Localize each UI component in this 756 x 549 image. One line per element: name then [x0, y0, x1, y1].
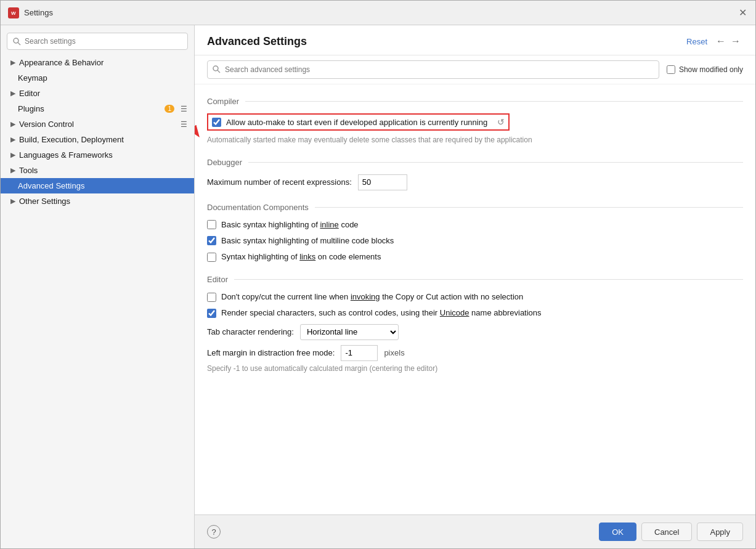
sidebar-item-languages[interactable]: ▶ Languages & Frameworks [1, 147, 194, 163]
allow-automake-wrapper: Allow auto-make to start even if develop… [207, 113, 510, 131]
pixels-label: pixels [384, 348, 404, 357]
links-highlighting-label: Syntax highlighting of links on code ele… [221, 251, 381, 262]
tab-rendering-dropdown[interactable]: Horizontal line Arrow None [300, 324, 399, 340]
bottom-bar: ? OK Cancel Apply [195, 514, 755, 548]
close-button[interactable]: ✕ [737, 7, 748, 18]
debugger-section: Debugger Maximum number of recent expres… [207, 158, 743, 190]
reset-icon[interactable]: ↺ [497, 117, 505, 127]
sidebar-item-label: Editor [19, 89, 188, 98]
main-layout: ▶ Appearance & Behavior Keymap ▶ Editor … [1, 25, 755, 548]
help-section: ? [207, 525, 221, 539]
multiline-highlighting-checkbox[interactable] [207, 236, 216, 245]
page-title: Advanced Settings [207, 35, 686, 48]
documentation-section: Documentation Components Basic syntax hi… [207, 203, 743, 263]
cancel-button[interactable]: Cancel [641, 523, 692, 541]
chevron-icon: ▶ [10, 120, 15, 128]
editor-section: Editor Don't copy/cut the current line w… [207, 275, 743, 373]
sidebar-item-editor[interactable]: ▶ Editor [1, 86, 194, 101]
sidebar-item-version-control[interactable]: ▶ Version Control ☰ [1, 116, 194, 132]
tab-rendering-label: Tab character rendering: [207, 327, 294, 336]
chevron-icon: ▶ [10, 166, 15, 174]
max-expressions-row: Maximum number of recent expressions: [207, 174, 743, 190]
sidebar-item-label: Appearance & Behavior [19, 58, 188, 67]
window-title: Settings [24, 8, 737, 17]
svg-line-3 [217, 70, 220, 73]
content-body: Compiler Allow auto-make to start even i… [195, 84, 755, 514]
documentation-section-title: Documentation Components [207, 203, 743, 212]
links-highlighting-checkbox[interactable] [207, 253, 216, 262]
sidebar-item-label: Version Control [19, 120, 177, 129]
sidebar-item-appearance[interactable]: ▶ Appearance & Behavior [1, 55, 194, 70]
settings-window: W Settings ✕ ▶ Appearance & Behavior Key… [0, 0, 756, 549]
render-special-row: Render special characters, such as contr… [207, 307, 743, 319]
svg-text:W: W [11, 10, 16, 16]
settings-icon: ☰ [179, 105, 188, 113]
content-search-input[interactable] [207, 60, 659, 79]
action-buttons: OK Cancel Apply [599, 523, 743, 541]
margin-hint: Specify -1 to use automatically calculat… [207, 364, 515, 374]
left-margin-row: Left margin in distraction free mode: pi… [207, 345, 743, 361]
forward-arrow[interactable]: → [728, 34, 743, 49]
show-modified-label[interactable]: Show modified only [667, 65, 743, 74]
sidebar-item-keymap[interactable]: Keymap [1, 70, 194, 86]
back-arrow[interactable]: ← [713, 34, 728, 49]
sidebar-item-plugins[interactable]: Plugins 1 ☰ [1, 101, 194, 116]
sidebar-item-tools[interactable]: ▶ Tools [1, 163, 194, 178]
editor-section-title: Editor [207, 275, 743, 284]
left-margin-label: Left margin in distraction free mode: [207, 348, 335, 357]
content-header: Advanced Settings Reset ← → [195, 25, 755, 55]
sidebar-item-label: Tools [19, 166, 188, 175]
inline-highlighting-label: Basic syntax highlighting of inline code [221, 219, 359, 230]
sidebar-search-input[interactable] [7, 33, 188, 50]
sidebar-item-advanced[interactable]: Advanced Settings [1, 178, 194, 193]
chevron-icon: ▶ [10, 59, 15, 67]
compiler-section: Compiler Allow auto-make to start even i… [207, 97, 743, 145]
plugins-badge: 1 [165, 105, 174, 113]
links-highlighting-row: Syntax highlighting of links on code ele… [207, 251, 743, 262]
title-bar: W Settings ✕ [1, 1, 755, 25]
compiler-section-title: Compiler [207, 97, 743, 106]
chevron-icon: ▶ [10, 89, 15, 97]
content-panel: Advanced Settings Reset ← → Show modifie… [195, 25, 755, 548]
apply-button[interactable]: Apply [697, 523, 743, 541]
sidebar-item-label: Build, Execution, Deployment [19, 135, 188, 144]
no-copy-cut-row: Don't copy/cut the current line when inv… [207, 291, 743, 303]
no-copy-cut-checkbox[interactable] [207, 293, 216, 302]
tab-character-row: Tab character rendering: Horizontal line… [207, 324, 743, 340]
allow-automake-subtext: Automatically started make may eventuall… [207, 136, 743, 145]
multiline-highlighting-label: Basic syntax highlighting of multiline c… [221, 235, 394, 246]
inline-highlighting-row: Basic syntax highlighting of inline code [207, 219, 743, 230]
render-special-label: Render special characters, such as contr… [221, 307, 542, 319]
sidebar-item-label: Languages & Frameworks [19, 150, 188, 160]
sidebar-item-build[interactable]: ▶ Build, Execution, Deployment [1, 132, 194, 147]
left-margin-input[interactable] [341, 345, 378, 361]
sidebar-item-label: Keymap [18, 73, 188, 83]
inline-highlighting-checkbox[interactable] [207, 220, 216, 229]
reset-button[interactable]: Reset [686, 37, 707, 46]
sidebar-item-label: Plugins [18, 104, 165, 113]
render-special-checkbox[interactable] [207, 309, 216, 318]
content-search-row: Show modified only [195, 55, 755, 84]
search-icon [212, 65, 221, 73]
no-copy-cut-label: Don't copy/cut the current line when inv… [221, 291, 523, 303]
sidebar-item-label: Advanced Settings [18, 181, 188, 190]
sidebar-item-other[interactable]: ▶ Other Settings [1, 193, 194, 209]
allow-automake-label: Allow auto-make to start even if develop… [226, 118, 487, 127]
max-expressions-input[interactable] [358, 174, 407, 190]
vcs-icon: ☰ [179, 120, 188, 129]
chevron-icon: ▶ [10, 151, 15, 159]
debugger-section-title: Debugger [207, 158, 743, 167]
app-icon: W [8, 7, 19, 18]
allow-automake-highlighted: Allow auto-make to start even if develop… [207, 113, 510, 131]
sidebar: ▶ Appearance & Behavior Keymap ▶ Editor … [1, 25, 195, 548]
chevron-icon: ▶ [10, 136, 15, 144]
show-modified-checkbox[interactable] [667, 65, 675, 74]
ok-button[interactable]: OK [599, 523, 636, 541]
multiline-highlighting-row: Basic syntax highlighting of multiline c… [207, 235, 743, 246]
sidebar-item-label: Other Settings [19, 197, 188, 206]
help-button[interactable]: ? [207, 525, 221, 539]
sidebar-search-container [1, 30, 194, 55]
allow-automake-checkbox[interactable] [212, 118, 221, 127]
svg-point-2 [213, 66, 218, 71]
max-expressions-label: Maximum number of recent expressions: [207, 177, 352, 187]
